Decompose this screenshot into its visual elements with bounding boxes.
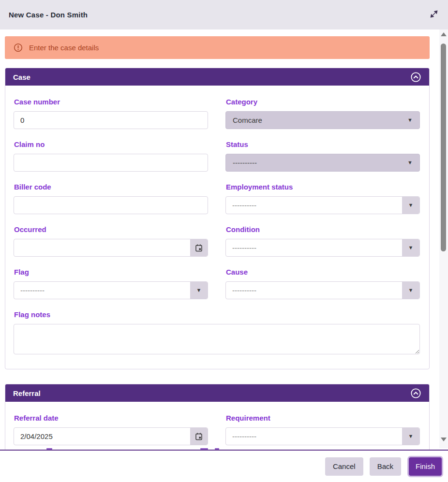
validation-alert-text: Enter the case details <box>29 44 99 52</box>
occurred-input[interactable] <box>14 239 190 256</box>
calendar-icon <box>194 432 203 441</box>
expand-dialog-button[interactable] <box>429 10 439 20</box>
requirement-field: Requirement ▼ <box>225 413 420 445</box>
case-section-card: Case Case number Category Co <box>5 68 430 369</box>
expand-diagonal-icon <box>430 10 438 20</box>
referral-date-label: Referral date <box>14 413 208 423</box>
cause-input[interactable] <box>226 282 402 299</box>
condition-label: Condition <box>226 225 420 234</box>
employment-status-input[interactable] <box>226 197 402 214</box>
calendar-icon <box>194 244 203 252</box>
cause-label: Cause <box>226 267 420 277</box>
back-button[interactable]: Back <box>370 457 401 476</box>
employment-status-combobox[interactable]: ▼ <box>225 196 420 214</box>
requirement-dropdown-button[interactable]: ▼ <box>402 428 419 445</box>
chevron-down-icon: ▼ <box>408 434 414 439</box>
cause-combobox[interactable]: ▼ <box>225 281 420 299</box>
scroll-up-arrow-icon[interactable] <box>441 32 447 36</box>
chevron-down-icon: ▼ <box>407 160 413 165</box>
chevron-down-icon: ▼ <box>407 117 413 123</box>
validation-alert: Enter the case details <box>5 36 430 59</box>
condition-input[interactable] <box>226 239 402 256</box>
chevron-down-icon: ▼ <box>408 288 414 293</box>
employment-status-field: Employment status ▼ <box>225 182 420 214</box>
requirement-input[interactable] <box>226 428 402 445</box>
condition-combobox[interactable]: ▼ <box>225 239 420 257</box>
condition-dropdown-button[interactable]: ▼ <box>402 239 419 256</box>
status-field: Status ---------- ▼ <box>225 140 420 172</box>
referral-section-title: Referral <box>13 389 41 397</box>
biller-code-input[interactable] <box>14 196 208 214</box>
cause-field: Cause ▼ <box>225 267 420 299</box>
employment-status-dropdown-button[interactable]: ▼ <box>402 197 419 214</box>
category-label: Category <box>226 97 420 107</box>
scroll-down-arrow-icon[interactable] <box>441 438 447 441</box>
occurred-calendar-button[interactable] <box>190 239 208 256</box>
flag-notes-label: Flag notes <box>14 310 420 320</box>
claim-no-label: Claim no <box>14 140 208 149</box>
flag-dropdown-button[interactable]: ▼ <box>190 282 208 299</box>
referral-date-input[interactable] <box>14 428 190 445</box>
category-select[interactable]: Comcare ▼ <box>225 111 420 129</box>
requirement-label: Requirement <box>226 413 420 423</box>
case-section-header[interactable]: Case <box>5 68 429 86</box>
dialog-content: Enter the case details Case Case number <box>0 29 448 450</box>
referral-section-card: Referral Referral date <box>5 384 430 450</box>
status-selected-value: ---------- <box>233 159 257 167</box>
status-label: Status <box>226 140 420 149</box>
claim-no-input[interactable] <box>14 154 208 172</box>
occurred-datepicker[interactable] <box>14 239 208 257</box>
flag-combobox[interactable]: ▼ <box>14 281 208 299</box>
dialog-titlebar: New Case - Don Smith <box>0 0 448 29</box>
requirement-combobox[interactable]: ▼ <box>225 427 420 445</box>
referral-date-calendar-button[interactable] <box>190 428 208 445</box>
flag-notes-field: Flag notes <box>14 310 420 356</box>
collapse-chevron-icon[interactable] <box>410 72 421 83</box>
vertical-scrollbar[interactable] <box>439 29 448 448</box>
claim-no-field: Claim no <box>14 140 208 172</box>
cause-dropdown-button[interactable]: ▼ <box>402 282 419 299</box>
case-number-field: Case number <box>14 97 208 129</box>
biller-code-field: Biller code <box>14 182 208 214</box>
case-number-input[interactable] <box>14 111 208 129</box>
category-selected-value: Comcare <box>233 116 262 124</box>
finish-button[interactable]: Finish <box>407 456 443 477</box>
referral-date-datepicker[interactable] <box>14 427 208 445</box>
exclamation-circle-icon <box>14 43 23 52</box>
status-select[interactable]: ---------- ▼ <box>225 154 420 172</box>
flag-notes-textarea[interactable] <box>14 324 420 354</box>
biller-code-label: Biller code <box>14 182 208 192</box>
cancel-button[interactable]: Cancel <box>325 457 363 476</box>
chevron-down-icon: ▼ <box>408 245 414 250</box>
employment-status-label: Employment status <box>226 182 420 192</box>
chevron-down-icon: ▼ <box>196 288 202 293</box>
case-number-label: Case number <box>14 97 208 107</box>
collapse-chevron-icon[interactable] <box>410 388 421 399</box>
occurred-label: Occurred <box>14 225 208 234</box>
condition-field: Condition ▼ <box>225 225 420 257</box>
chevron-down-icon: ▼ <box>408 203 414 208</box>
category-field: Category Comcare ▼ <box>225 97 420 129</box>
flag-label: Flag <box>14 267 208 277</box>
referral-date-field: Referral date <box>14 413 208 445</box>
referral-section-header[interactable]: Referral <box>5 384 429 402</box>
case-section-title: Case <box>13 73 30 81</box>
flag-input[interactable] <box>14 282 190 299</box>
dialog-title: New Case - Don Smith <box>9 11 88 19</box>
flag-field: Flag ▼ <box>14 267 208 299</box>
dialog-footer: Cancel Back Finish <box>0 450 448 482</box>
occurred-field: Occurred <box>14 225 208 257</box>
scrollbar-thumb[interactable] <box>441 44 446 251</box>
